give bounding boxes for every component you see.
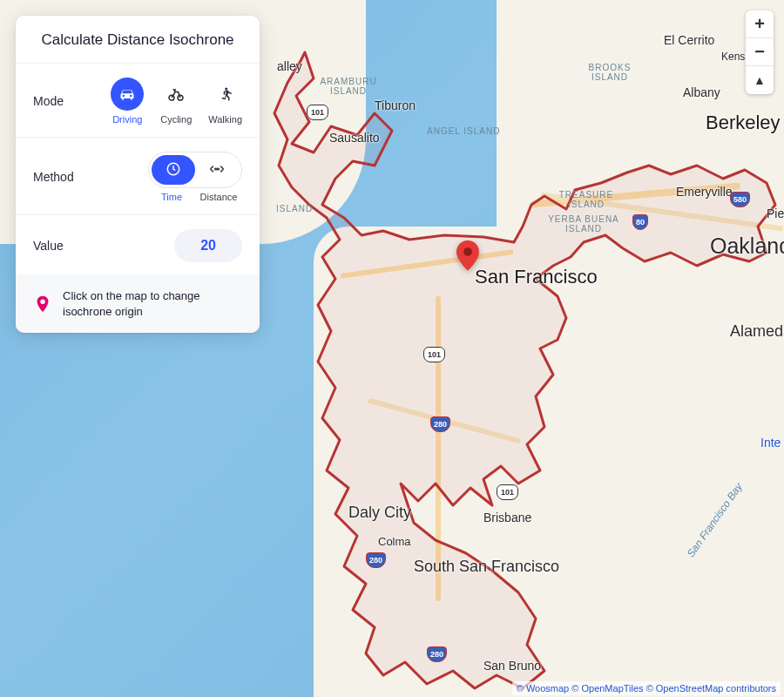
mode-label-driving: Driving <box>112 114 142 125</box>
svg-point-7 <box>218 168 219 169</box>
mode-option-cycling[interactable]: Cycling <box>159 78 193 125</box>
clock-icon <box>166 161 181 179</box>
mode-row: Mode Driving Cycling <box>16 64 260 138</box>
svg-point-3 <box>225 88 227 91</box>
land-mass <box>314 227 601 697</box>
value-row: Value 20 <box>16 215 260 274</box>
mode-label-walking: Walking <box>208 114 242 125</box>
method-label-time: Time <box>148 192 195 202</box>
attribution-omt[interactable]: © OpenMapTiles <box>571 683 643 694</box>
mode-label: Mode <box>33 94 96 108</box>
expand-icon <box>208 163 226 178</box>
value-label: Value <box>33 239 96 253</box>
map-attribution: © Woosmap © OpenMapTiles © OpenStreetMap… <box>512 681 781 695</box>
method-toggle[interactable] <box>148 152 242 188</box>
pin-icon <box>33 294 52 314</box>
isochrone-panel: Calculate Distance Isochrone Mode Drivin… <box>16 16 260 333</box>
hint-row: Click on the map to change isochrone ori… <box>16 274 260 333</box>
method-row: Method Time <box>16 138 260 215</box>
panel-title: Calculate Distance Isochrone <box>16 16 260 64</box>
svg-point-8 <box>40 299 45 304</box>
attribution-woosmap[interactable]: © Woosmap <box>517 683 569 694</box>
mode-option-driving[interactable]: Driving <box>111 78 144 125</box>
method-option-distance[interactable] <box>195 163 239 178</box>
mode-label-cycling: Cycling <box>160 114 192 125</box>
zoom-out-button[interactable]: − <box>746 38 774 66</box>
bicycle-icon <box>159 78 193 111</box>
value-input[interactable]: 20 <box>174 229 242 262</box>
attribution-osm[interactable]: © OpenStreetMap contributors <box>646 683 776 694</box>
method-option-time[interactable] <box>152 161 195 179</box>
island-label-angel: ANGEL ISLAND <box>427 126 500 136</box>
city-label-tiburon: Tiburon <box>375 98 416 112</box>
method-label: Method <box>33 170 96 184</box>
mode-option-walking[interactable]: Walking <box>208 78 242 125</box>
walk-icon <box>209 78 242 111</box>
land-mass <box>714 288 784 392</box>
car-icon <box>111 78 144 111</box>
zoom-in-button[interactable]: + <box>746 10 774 38</box>
method-label-distance: Distance <box>195 192 242 202</box>
compass-button[interactable]: ▲ <box>746 66 774 94</box>
zoom-controls: + − ▲ <box>746 10 774 94</box>
hint-text: Click on the map to change isochrone ori… <box>63 288 242 319</box>
map-canvas[interactable]: ANGEL ISLAND TREASURE ISLAND YERBA BUENA… <box>0 0 784 697</box>
